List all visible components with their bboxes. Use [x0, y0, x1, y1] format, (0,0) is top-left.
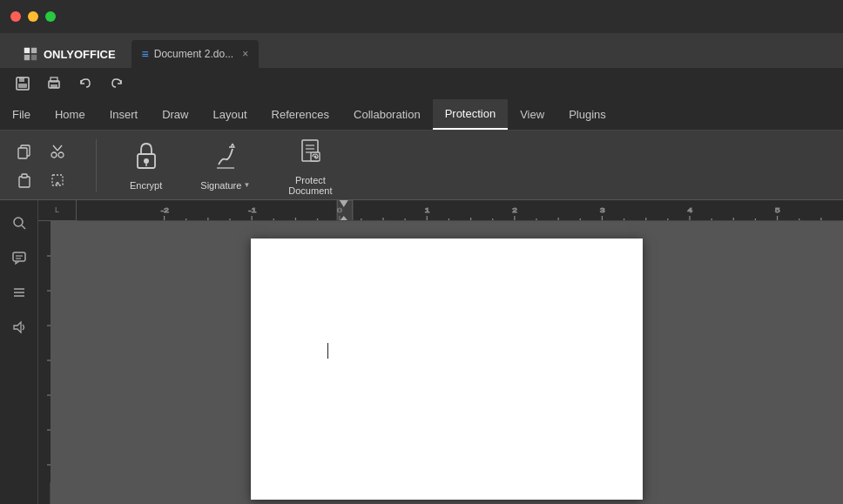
svg-text:-1: -1 — [248, 206, 256, 214]
doc-tab-icon: ≡ — [142, 47, 149, 61]
traffic-lights — [10, 11, 56, 22]
sidebar-search-button[interactable] — [3, 207, 35, 239]
minimize-button[interactable] — [28, 11, 38, 22]
svg-point-29 — [14, 218, 23, 226]
doc-tab-name: Document 2.do... — [154, 48, 233, 60]
document-scroll-area[interactable] — [51, 221, 843, 504]
ruler-corner-label: L — [55, 205, 59, 214]
content-area: L -2 -1 0 — [38, 200, 843, 504]
ribbon-protect-document-button[interactable]: Protect Document — [280, 131, 341, 199]
select-icon — [49, 171, 66, 189]
svg-rect-81 — [38, 221, 51, 482]
toolbar-top — [0, 68, 843, 99]
print-button[interactable] — [42, 71, 66, 96]
cut-icon — [49, 142, 66, 159]
doc-tab[interactable]: ≡ Document 2.do... × — [132, 40, 260, 68]
svg-rect-8 — [51, 84, 57, 88]
menu-item-insert[interactable]: Insert — [98, 99, 151, 130]
ribbon-encrypt-button[interactable]: Encrypt — [121, 137, 171, 194]
svg-marker-37 — [14, 322, 21, 333]
doc-canvas-area — [38, 221, 843, 504]
svg-text:1: 1 — [425, 206, 430, 214]
doc-tab-close-button[interactable]: × — [242, 48, 248, 60]
vertical-ruler — [38, 221, 51, 504]
redo-button[interactable] — [105, 71, 129, 96]
comment-icon — [11, 250, 27, 265]
ribbon-select-button[interactable] — [44, 168, 71, 192]
svg-text:-2: -2 — [161, 206, 169, 214]
signature-dropdown-arrow: ▼ — [243, 181, 250, 189]
svg-rect-3 — [31, 55, 37, 60]
title-bar — [0, 0, 843, 33]
ruler-area: L -2 -1 0 — [38, 200, 843, 221]
signature-icon — [212, 140, 239, 177]
ribbon-divider-1 — [96, 139, 97, 192]
menu-item-view[interactable]: View — [508, 99, 556, 130]
ribbon: Encrypt Signature ▼ — [0, 131, 843, 200]
protect-document-icon — [296, 135, 324, 171]
text-cursor — [327, 343, 328, 359]
svg-line-14 — [53, 145, 57, 151]
menu-item-references[interactable]: References — [260, 99, 341, 130]
sidebar-tts-button[interactable] — [3, 312, 35, 343]
ribbon-paste-button[interactable] — [10, 168, 38, 192]
menu-bar: File Home Insert Draw Layout References … — [0, 99, 843, 131]
protect-document-label: Protect Document — [288, 175, 332, 196]
menu-item-collaboration[interactable]: Collaboration — [341, 99, 433, 130]
ribbon-signature-button[interactable]: Signature ▼ — [192, 137, 259, 194]
svg-point-28 — [314, 155, 317, 158]
svg-rect-2 — [24, 55, 30, 60]
app-name-label: ONLYOFFICE — [44, 48, 116, 61]
encrypt-label: Encrypt — [130, 180, 162, 191]
search-icon — [11, 215, 27, 231]
tab-bar: ONLYOFFICE ≡ Document 2.do... × — [0, 33, 843, 68]
copy-icon — [16, 142, 33, 159]
main-area: L -2 -1 0 — [0, 200, 843, 504]
sidebar-comment-button[interactable] — [3, 242, 35, 273]
menu-item-file[interactable]: File — [0, 99, 43, 130]
speaker-icon — [11, 319, 27, 335]
app-logo-tab[interactable]: ONLYOFFICE — [10, 40, 128, 68]
svg-text:2: 2 — [512, 206, 517, 214]
paste-icon — [16, 171, 33, 189]
svg-point-13 — [58, 152, 64, 158]
ribbon-clipboard-group — [10, 131, 71, 199]
menu-item-protection[interactable]: Protection — [433, 99, 509, 130]
save-button[interactable] — [10, 71, 35, 96]
svg-rect-17 — [22, 174, 27, 178]
menu-item-plugins[interactable]: Plugins — [556, 99, 618, 130]
horizontal-ruler: -2 -1 0 1 2 3 — [77, 200, 843, 220]
undo-button[interactable] — [73, 71, 98, 96]
list-icon — [11, 285, 27, 300]
svg-point-12 — [51, 152, 57, 158]
svg-text:5: 5 — [775, 206, 780, 214]
svg-rect-1 — [31, 48, 37, 53]
svg-rect-0 — [24, 48, 30, 53]
left-sidebar — [0, 200, 38, 504]
menu-item-home[interactable]: Home — [43, 99, 98, 130]
svg-rect-11 — [18, 148, 27, 158]
onlyoffice-logo-icon — [23, 46, 38, 62]
signature-label: Signature — [200, 180, 241, 191]
fullscreen-button[interactable] — [45, 11, 56, 22]
svg-line-15 — [57, 145, 62, 151]
sidebar-navigator-button[interactable] — [3, 277, 35, 308]
svg-rect-31 — [13, 252, 25, 261]
ribbon-copy-button[interactable] — [10, 138, 38, 163]
document-page[interactable] — [251, 239, 643, 500]
svg-text:3: 3 — [600, 206, 605, 214]
svg-rect-38 — [77, 200, 843, 220]
menu-item-layout[interactable]: Layout — [201, 99, 260, 130]
svg-point-20 — [144, 158, 149, 164]
menu-item-draw[interactable]: Draw — [150, 99, 200, 130]
svg-rect-6 — [18, 84, 27, 88]
ruler-corner: L — [38, 200, 77, 221]
svg-rect-5 — [19, 77, 24, 82]
svg-rect-16 — [19, 177, 30, 187]
svg-text:4: 4 — [687, 206, 692, 214]
svg-line-30 — [22, 225, 25, 229]
close-button[interactable] — [10, 11, 21, 22]
ribbon-cut-button[interactable] — [44, 138, 71, 163]
encrypt-icon — [132, 140, 160, 177]
